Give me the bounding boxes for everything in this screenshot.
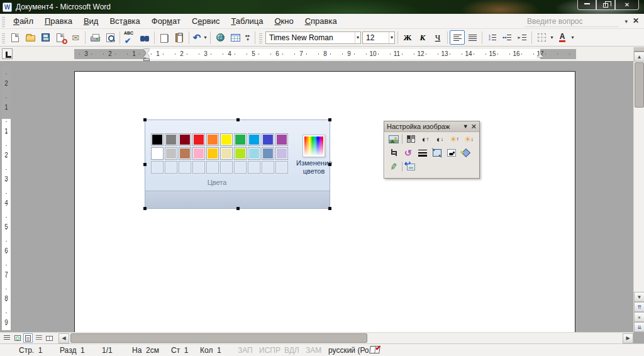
selection-handle[interactable]	[143, 118, 147, 121]
open-button[interactable]	[23, 30, 38, 45]
font-name-select[interactable]: Times New Roman ▾	[265, 31, 361, 44]
borders-dropdown-icon[interactable]: ▾	[549, 35, 555, 40]
vertical-ruler[interactable]: 21123456789	[2, 66, 11, 330]
align-justify-button[interactable]	[465, 30, 480, 45]
decrease-brightness-button[interactable]: ☀↓	[462, 133, 476, 145]
selection-handle[interactable]	[328, 207, 331, 210]
vertical-scroll-thumb[interactable]	[635, 62, 644, 108]
horizontal-ruler[interactable]: 3211234567891011121314151617	[74, 49, 576, 59]
color-menu-button[interactable]	[404, 133, 418, 145]
status-language[interactable]: русский (Ро	[328, 346, 369, 355]
hyperlink-button[interactable]	[213, 30, 228, 45]
menubar-close-icon[interactable]: ✕	[633, 16, 639, 25]
horizontal-scroll-thumb[interactable]	[70, 333, 367, 343]
underline-button[interactable]: Ч	[430, 30, 445, 45]
scroll-down-button[interactable]: ▼	[634, 292, 644, 302]
line-style-button[interactable]	[415, 147, 430, 159]
reset-picture-button[interactable]: ↩	[404, 160, 418, 173]
reading-layout-button[interactable]	[45, 333, 54, 343]
email-button[interactable]: ✉	[68, 30, 83, 45]
status-mode-record[interactable]: ЗАП	[238, 346, 253, 355]
save-button[interactable]	[38, 30, 53, 45]
research-button[interactable]	[137, 30, 152, 45]
increase-contrast-button[interactable]: ◐↑	[418, 133, 433, 145]
undo-button[interactable]: ↶	[191, 30, 203, 45]
print-button[interactable]	[87, 30, 103, 45]
toolbar-grip[interactable]	[2, 16, 5, 27]
font-color-button[interactable]: А	[555, 30, 570, 45]
next-page-button[interactable]: ⇊	[634, 322, 644, 332]
menu-format[interactable]: Формат	[146, 14, 186, 28]
selection-handle[interactable]	[143, 163, 147, 166]
toolbar-grip[interactable]	[2, 32, 5, 43]
browse-object-button[interactable]: ●	[634, 312, 644, 322]
minimize-button[interactable]	[577, 0, 596, 10]
undo-dropdown-icon[interactable]: ▾	[203, 35, 208, 40]
previous-page-button[interactable]: ⇈	[634, 302, 644, 312]
status-mode-extend[interactable]: ВДЛ	[284, 346, 299, 355]
scroll-right-button[interactable]: ▶	[623, 333, 633, 343]
insert-table-button[interactable]	[228, 30, 243, 45]
hanging-indent-marker[interactable]	[143, 53, 150, 57]
menu-window[interactable]: Окно	[269, 14, 299, 28]
paste-button[interactable]	[172, 30, 187, 45]
selection-handle[interactable]	[143, 207, 147, 210]
spelling-status-icon[interactable]: ✔	[370, 346, 380, 353]
status-mode-revisions[interactable]: ИСПР	[259, 346, 280, 355]
decrease-contrast-button[interactable]: ◐↓	[433, 133, 447, 145]
font-color-dropdown-icon[interactable]: ▾	[570, 35, 575, 40]
menu-file[interactable]: Файл	[8, 14, 39, 28]
toolbar-close-icon[interactable]: ✕	[471, 123, 477, 131]
increase-brightness-button[interactable]: ☀↑	[447, 133, 462, 145]
menu-tools[interactable]: Сервис	[186, 14, 226, 28]
normal-view-button[interactable]	[2, 333, 11, 343]
split-handle[interactable]	[634, 47, 644, 52]
selection-handle[interactable]	[236, 207, 240, 210]
first-line-indent-marker[interactable]	[143, 49, 150, 53]
format-picture-button[interactable]	[458, 147, 473, 159]
set-transparent-color-button[interactable]: ✎	[386, 160, 401, 173]
menu-view[interactable]: Вид	[78, 14, 104, 28]
close-button[interactable]: ✕	[615, 0, 639, 10]
bold-button[interactable]: Ж	[400, 30, 415, 45]
question-dropdown-icon[interactable]: ▾	[625, 18, 628, 25]
menu-insert[interactable]: Вставка	[104, 14, 145, 28]
scroll-up-button[interactable]: ▲	[634, 52, 644, 62]
permission-button[interactable]	[53, 30, 68, 45]
italic-button[interactable]: К	[415, 30, 430, 45]
copy-button[interactable]	[157, 30, 172, 45]
menu-help[interactable]: Справка	[299, 14, 343, 28]
scroll-left-button[interactable]: ◀	[58, 333, 69, 343]
embedded-picture-object[interactable]: Цвета Изменение цветов	[145, 120, 330, 209]
outline-view-button[interactable]	[34, 333, 43, 343]
status-mode-overtype[interactable]: ЗАМ	[306, 346, 321, 355]
print-layout-button[interactable]	[23, 333, 33, 343]
borders-button[interactable]	[534, 30, 549, 45]
menu-edit[interactable]: Правка	[39, 14, 78, 28]
rotate-left-button[interactable]: ↺	[401, 147, 415, 159]
toolbar-options-button[interactable]: ▸▸▾	[243, 30, 253, 45]
increase-indent-button[interactable]: ▸	[514, 30, 530, 45]
new-document-button[interactable]	[8, 30, 23, 45]
ask-question-input[interactable]: Введите вопрос	[525, 16, 619, 27]
numbered-list-button[interactable]: 1 2	[484, 30, 499, 45]
selection-handle[interactable]	[236, 118, 240, 121]
selection-handle[interactable]	[328, 163, 331, 166]
print-preview-button[interactable]	[103, 30, 118, 45]
web-layout-button[interactable]	[13, 333, 22, 343]
picture-toolbar-titlebar[interactable]: Настройка изображ ▼ ✕	[384, 121, 479, 132]
tab-selector-button[interactable]	[2, 48, 13, 59]
horizontal-scrollbar[interactable]	[69, 333, 623, 343]
right-indent-marker[interactable]	[537, 53, 543, 57]
menu-table[interactable]: Таблица	[225, 14, 269, 28]
compress-pictures-button[interactable]	[430, 147, 444, 159]
toolbar-menu-icon[interactable]: ▼	[463, 123, 469, 130]
bullet-list-button[interactable]: ••	[499, 30, 514, 45]
toolbar-grip[interactable]	[259, 32, 262, 43]
insert-picture-button[interactable]	[386, 133, 401, 145]
spelling-button[interactable]: ABC✔	[122, 30, 137, 45]
align-left-button[interactable]	[450, 30, 465, 45]
crop-button[interactable]	[386, 147, 401, 159]
selection-handle[interactable]	[328, 118, 331, 121]
restore-button[interactable]	[596, 0, 615, 10]
